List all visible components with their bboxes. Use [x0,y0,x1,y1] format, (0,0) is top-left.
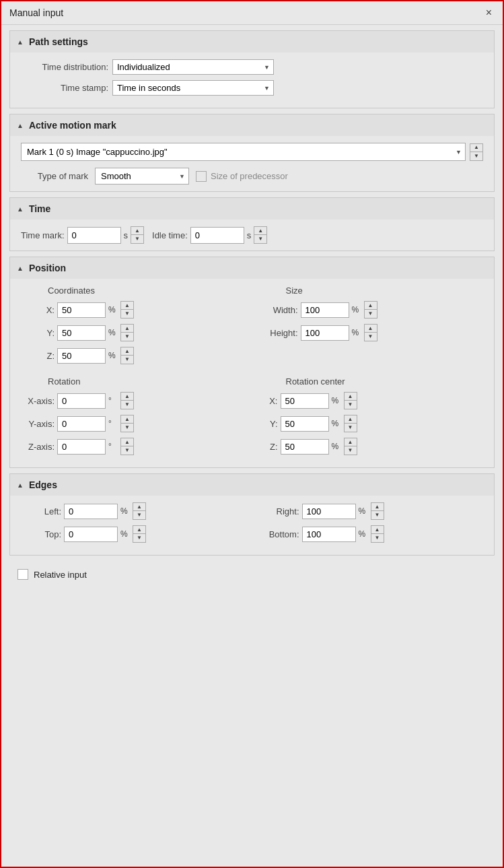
time-mark-spin-down[interactable]: ▼ [131,235,143,243]
yaxis-spin-up[interactable]: ▲ [121,415,133,424]
type-of-mark-label: Type of mark [21,171,88,181]
top-input[interactable] [64,527,118,542]
x-label: X: [21,305,55,315]
width-row: Width: % ▲ ▼ [259,301,484,319]
time-stamp-select[interactable]: Time in seconds [112,80,274,96]
rcx-input[interactable] [281,393,329,409]
rcx-spin-up[interactable]: ▲ [345,393,357,401]
z-label: Z: [21,351,55,361]
left-spin-down[interactable]: ▼ [133,511,145,519]
rcy-spin-up[interactable]: ▲ [345,415,357,424]
xaxis-row: X-axis: ° ▲ ▼ [21,392,246,409]
xaxis-spin-down[interactable]: ▼ [121,401,133,409]
yaxis-unit: ° [108,419,118,428]
relative-input-label: Relative input [34,570,87,580]
yaxis-spin-down[interactable]: ▼ [121,424,133,432]
active-motion-mark-header[interactable]: ▲ Active motion mark [10,114,494,136]
time-section-header[interactable]: ▲ Time [10,198,494,220]
zaxis-spin-up[interactable]: ▲ [121,438,133,446]
rcy-input[interactable] [281,416,329,432]
idle-time-spin-down[interactable]: ▼ [254,235,266,243]
y-input[interactable] [57,325,106,341]
y-spin-down[interactable]: ▼ [121,333,133,341]
mark-spin-down[interactable]: ▼ [470,152,482,160]
top-spin-up[interactable]: ▲ [133,526,145,534]
idle-time-group: Idle time: s ▲ ▼ [152,226,267,244]
path-settings-header[interactable]: ▲ Path settings [10,31,494,53]
width-input[interactable] [301,302,349,318]
rcx-label: X: [259,396,278,406]
rcz-spin-down[interactable]: ▼ [345,446,357,455]
z-spin: ▲ ▼ [120,347,134,364]
bottom-spin-down[interactable]: ▼ [371,534,384,542]
left-row: Left: % ▲ ▼ [21,502,246,520]
rcz-spin: ▲ ▼ [344,438,357,455]
height-label: Height: [259,328,298,338]
right-row: Right: % ▲ ▼ [259,502,484,520]
right-input[interactable] [302,504,356,519]
x-input[interactable] [57,302,106,318]
bottom-input[interactable] [302,527,356,542]
z-input[interactable] [57,348,106,364]
time-mark-spin-up[interactable]: ▲ [131,227,143,235]
smooth-select-wrapper: Smooth [95,168,189,185]
window-title: Manual input [9,7,63,18]
size-col: Size Width: % ▲ ▼ Height: [259,286,484,370]
left-spin-up[interactable]: ▲ [133,503,145,511]
x-spin-down[interactable]: ▼ [121,310,133,318]
rotation-col: Rotation X-axis: ° ▲ ▼ Y-axis: [21,376,246,461]
rcz-spin-up[interactable]: ▲ [345,438,357,446]
z-spin-up[interactable]: ▲ [121,347,133,356]
rcz-input[interactable] [281,439,329,455]
rcy-row: Y: % ▲ ▼ [259,415,484,432]
time-distribution-select[interactable]: Individualized [112,59,274,75]
rcy-spin-down[interactable]: ▼ [345,424,357,432]
x-unit: % [108,305,118,314]
position-body: Coordinates X: % ▲ ▼ Y: [10,279,494,467]
yaxis-input[interactable] [57,416,106,432]
zaxis-input[interactable] [57,439,106,455]
close-button[interactable]: × [483,7,495,19]
mark-spin-group: ▲ ▼ [470,143,483,161]
active-motion-mark-section: ▲ Active motion mark Mark 1 (0 s) Image … [9,114,495,192]
xaxis-spin-up[interactable]: ▲ [121,393,133,401]
relative-input-checkbox[interactable] [17,569,28,580]
height-spin-down[interactable]: ▼ [365,333,377,341]
top-spin-down[interactable]: ▼ [133,534,145,542]
left-spin: ▲ ▼ [133,502,146,520]
rcz-row: Z: % ▲ ▼ [259,438,484,455]
mark-spin-up[interactable]: ▲ [470,144,482,152]
y-spin-up[interactable]: ▲ [121,325,133,333]
height-input[interactable] [301,325,349,341]
xaxis-input[interactable] [57,393,106,409]
time-mark-input[interactable] [67,227,121,244]
right-spin-down[interactable]: ▼ [371,511,384,519]
mark-select-row: Mark 1 (0 s) Image "cappuccino.jpg" ▲ ▼ [21,143,483,161]
rcx-spin-down[interactable]: ▼ [345,401,357,409]
idle-time-input[interactable] [190,227,244,244]
bottom-spin-up[interactable]: ▲ [371,526,384,534]
height-spin-up[interactable]: ▲ [365,325,377,333]
idle-time-spin-up[interactable]: ▲ [254,227,266,235]
xaxis-spin: ▲ ▼ [120,392,134,409]
position-header[interactable]: ▲ Position [10,257,494,279]
zaxis-spin-down[interactable]: ▼ [121,446,133,455]
smooth-select[interactable]: Smooth [95,168,189,185]
yaxis-spin: ▲ ▼ [120,415,134,432]
left-input[interactable] [64,504,118,519]
predecessor-area: Size of predecessor [196,171,288,182]
yaxis-label: Y-axis: [21,419,55,429]
edges-columns: Left: % ▲ ▼ Top: % [21,502,483,548]
title-bar: Manual input × [1,1,503,25]
top-unit: % [120,529,130,539]
width-spin-down[interactable]: ▼ [365,310,377,318]
mark-select[interactable]: Mark 1 (0 s) Image "cappuccino.jpg" [21,143,466,161]
y-spin: ▲ ▼ [120,324,134,341]
z-spin-down[interactable]: ▼ [121,356,133,364]
width-spin-up[interactable]: ▲ [365,302,377,310]
edges-header[interactable]: ▲ Edges [10,474,494,496]
right-spin-up[interactable]: ▲ [371,503,384,511]
x-spin-up[interactable]: ▲ [121,302,133,310]
path-settings-section: ▲ Path settings Time distribution: Indiv… [9,30,495,108]
predecessor-checkbox[interactable] [196,171,207,182]
